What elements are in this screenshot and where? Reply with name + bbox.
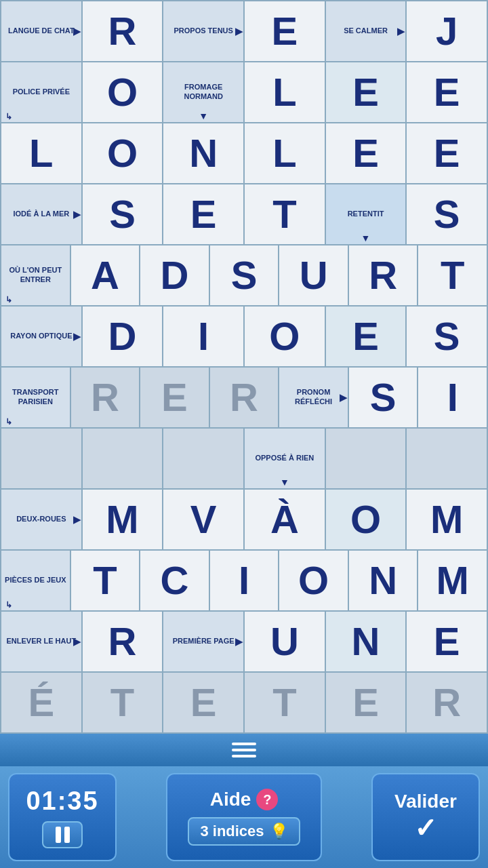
cell-r1-c1[interactable]: O [83,62,163,122]
cell-r8-c5[interactable]: M [407,490,487,549]
cell-r11-c2[interactable]: E [163,673,243,732]
cell-r5-c1[interactable]: D [83,307,163,366]
cell-r2-c4[interactable]: E [326,123,406,183]
cell-r9-c3[interactable]: I [210,551,279,610]
cell-r8-c1[interactable]: M [83,490,163,549]
cell-r8-c4[interactable]: O [326,490,406,549]
cell-r1-c5[interactable]: E [407,62,487,122]
cell-r9-c1[interactable]: T [71,551,140,610]
cell-r6-c2[interactable]: E [140,368,209,427]
bottom-toolbar [0,734,488,766]
cell-r4-c6[interactable]: T [418,245,487,305]
cell-r4-c1[interactable]: A [71,245,140,305]
cell-r9-c2[interactable]: C [140,551,209,610]
cell-r0-c1[interactable]: R [83,1,163,61]
menu-icon[interactable] [232,743,256,757]
cell-r0-c5[interactable]: J [407,1,487,61]
cell-r1-c3[interactable]: L [245,62,325,122]
letter-r8-c4: O [350,500,381,539]
cell-r3-c2[interactable]: E [163,184,243,244]
cell-r6-c3[interactable]: R [210,368,279,427]
indices-button[interactable]: 3 indices 💡 [188,817,300,846]
cell-r2-c3[interactable]: L [245,123,325,183]
cell-r10-c0: ENLEVER LE HAUT▶ [1,612,81,671]
cell-r11-c0[interactable]: É [1,673,81,732]
arrow-r9-c0: ↳ [5,600,12,610]
cell-r0-c3[interactable]: E [245,1,325,61]
clue-r1-c2: FROMAGE NORMAND [163,81,243,103]
cell-r1-c4[interactable]: E [326,62,406,122]
cell-r9-c4[interactable]: O [279,551,348,610]
cell-r5-c5[interactable]: S [407,307,487,366]
aide-block: Aide ? 3 indices 💡 [166,773,322,861]
question-badge[interactable]: ? [256,789,278,810]
cell-r4-c4[interactable]: U [279,245,348,305]
arrow-r1-c0: ↳ [5,112,12,121]
cell-r5-c2[interactable]: I [163,307,243,366]
letter-r4-c6: T [441,256,464,295]
cell-r3-c3[interactable]: T [245,184,325,244]
letter-r4-c4: U [300,256,328,295]
cell-r4-c3[interactable]: S [210,245,279,305]
letter-r1-c1: O [107,73,138,112]
letter-r8-c1: M [106,500,138,539]
cell-r3-c5[interactable]: S [407,184,487,244]
letter-r2-c0: L [29,134,53,173]
letter-r10-c1: R [108,622,137,661]
cell-r2-c5[interactable]: E [407,123,487,183]
cell-r6-c6[interactable]: I [418,368,487,427]
cell-r11-c5[interactable]: R [407,673,487,732]
cell-r4-c5[interactable]: R [349,245,418,305]
letter-r3-c3: T [272,195,296,234]
cell-r9-c5[interactable]: N [349,551,418,610]
cell-r10-c5[interactable]: E [407,612,487,671]
arrow-r5-c0: ▶ [73,331,81,342]
grid-row-7: OPPOSÉ À RIEN▼ [1,429,487,488]
cell-r3-c1[interactable]: S [83,184,163,244]
cell-r6-c1[interactable]: R [71,368,140,427]
cell-r5-c4[interactable]: E [326,307,406,366]
cell-r10-c3[interactable]: U [245,612,325,671]
clue-r0-c2: PROPOS TENUS [172,25,234,37]
letter-r9-c5: N [369,561,397,600]
cell-r11-c1[interactable]: T [83,673,163,732]
cell-r11-c4[interactable]: E [326,673,406,732]
cell-r4-c2[interactable]: D [140,245,209,305]
arrow-r1-c2: ▼ [199,111,208,121]
clue-r0-c0: LANGUE DE CHAT [7,25,76,37]
cell-r6-c0: TRANSPORT PARISIEN↳ [1,368,70,427]
cell-r6-c4: PRONOM RÉFLÉCHI▶ [279,368,348,427]
cell-r8-c0: DEUX-ROUES▶ [1,490,81,549]
cell-r2-c0[interactable]: L [1,123,81,183]
clue-r5-c0: RAYON OPTIQUE [9,330,73,342]
letter-r11-c0: É [28,683,54,722]
letter-r5-c2: I [198,317,209,356]
cell-r3-c4: RETENTIT▼ [326,184,406,244]
clue-r4-c0: OÙ L'ON PEUT ENTRER [1,264,70,286]
cell-r1-c2: FROMAGE NORMAND▼ [163,62,243,122]
grid-row-2: LONLEE [1,123,487,183]
valider-text: Valider [394,791,457,812]
cell-r3-c0: IODÉ À LA MER▶ [1,184,81,244]
pause-button[interactable] [42,821,83,848]
cell-r10-c4[interactable]: N [326,612,406,671]
arrow-r10-c0: ▶ [73,636,81,647]
valider-button[interactable]: Valider ✓ [371,773,480,861]
clue-r9-c0: PIÈCES DE JEUX [3,574,67,587]
cell-r7-c4 [326,429,406,488]
cell-r10-c1[interactable]: R [83,612,163,671]
cell-r8-c3[interactable]: À [245,490,325,549]
letter-r0-c5: J [436,12,458,51]
letter-r1-c5: E [434,73,460,112]
letter-r9-c2: C [161,561,189,600]
letter-r4-c1: A [91,256,119,295]
cell-r9-c6[interactable]: M [418,551,487,610]
cell-r5-c3[interactable]: O [245,307,325,366]
clue-r6-c0: TRANSPORT PARISIEN [1,387,70,408]
cell-r6-c5[interactable]: S [349,368,418,427]
cell-r2-c1[interactable]: O [83,123,163,183]
cell-r2-c2[interactable]: N [163,123,243,183]
cell-r11-c3[interactable]: T [245,673,325,732]
cell-r8-c2[interactable]: V [163,490,243,549]
grid-row-8: DEUX-ROUES▶MVÀOM [1,490,487,549]
